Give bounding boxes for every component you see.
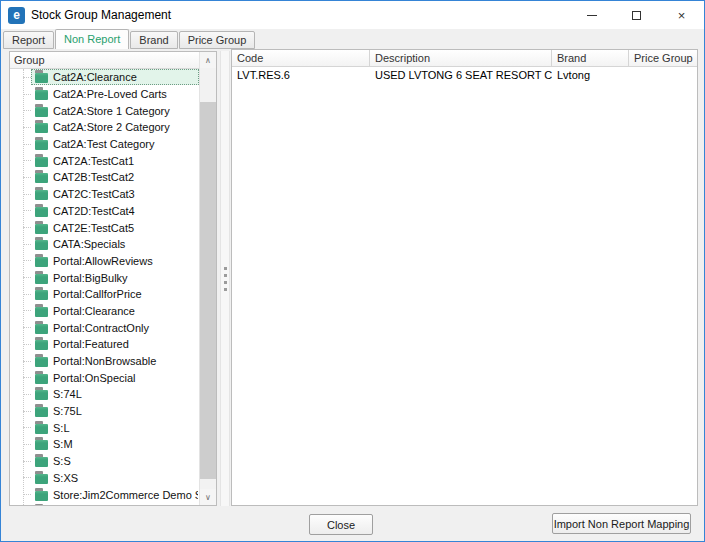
column-header-code[interactable]: Code [232, 50, 370, 66]
tree-item-label: Cat2A:Store 2 Category [53, 121, 170, 133]
tree-item[interactable]: Portal:ContractOnly [10, 319, 199, 336]
footer: Close Import Non Report Mapping [1, 506, 705, 542]
cell-brand: Lvtong [552, 67, 629, 84]
tree-item[interactable]: Portal:CallforPrice [10, 286, 199, 303]
tree-item[interactable]: CAT2A:TestCat1 [10, 152, 199, 169]
tree-item[interactable]: Cat2A:Clearance [10, 69, 199, 86]
group-column-header[interactable]: Group [10, 52, 199, 69]
tree-item-label: CAT2D:TestCat4 [53, 205, 135, 217]
tree-item[interactable]: Cat2A:Pre-Loved Carts [10, 86, 199, 103]
folder-icon [35, 73, 48, 83]
cell-price-group [629, 67, 697, 84]
tree-item-label: S:L [53, 422, 70, 434]
column-header-price-group[interactable]: Price Group [629, 50, 697, 66]
tree-connector [23, 444, 31, 445]
minimize-icon [587, 15, 597, 16]
maximize-button[interactable] [614, 1, 659, 29]
grid-header: Code Description Brand Price Group [232, 50, 697, 67]
tree-item[interactable]: Portal:Clearance [10, 303, 199, 320]
tree-connector [23, 177, 31, 178]
tree-item-label: Cat2A:Clearance [53, 71, 137, 83]
tree-item[interactable]: Portal:AllowReviews [10, 253, 199, 270]
titlebar: e Stock Group Management × [1, 1, 704, 29]
folder-icon [35, 357, 48, 367]
tree-item[interactable]: S:75L [10, 403, 199, 420]
tree-item-label: S:75L [53, 405, 82, 417]
app-logo-icon: e [8, 7, 25, 24]
tree-item-label: Cat2A:Test Category [53, 138, 155, 150]
tree-connector [23, 411, 31, 412]
cell-description: USED LVTONG 6 SEAT RESORT CART [370, 67, 552, 84]
tree-connector [23, 327, 31, 328]
tree-item-label: Portal:Featured [53, 338, 129, 350]
stock-grid-panel: Code Description Brand Price Group LVT.R… [231, 49, 698, 506]
tree-item[interactable]: Store:Jim2Commerce Demo Store [10, 486, 199, 503]
table-row[interactable]: LVT.RES.6 USED LVTONG 6 SEAT RESORT CART… [232, 67, 697, 84]
tree-item-label: S:S [53, 455, 71, 467]
folder-icon [35, 324, 48, 334]
tree-item[interactable]: S:XS [10, 470, 199, 487]
scroll-up-icon[interactable]: ∧ [200, 52, 216, 68]
tree-item[interactable]: Portal:Featured [10, 336, 199, 353]
scrollbar-track[interactable] [200, 68, 216, 489]
tree-item[interactable]: S:S [10, 453, 199, 470]
window-controls: × [569, 1, 704, 29]
tree-connector [23, 244, 31, 245]
column-header-brand[interactable]: Brand [552, 50, 629, 66]
tree-item[interactable]: Portal:NonBrowsable [10, 353, 199, 370]
import-non-report-mapping-button[interactable]: Import Non Report Mapping [552, 513, 691, 534]
tree-item[interactable]: S:M [10, 436, 199, 453]
tab-non-report[interactable]: Non Report [55, 29, 129, 49]
folder-icon [35, 440, 48, 450]
tree-item-label: CAT2B:TestCat2 [53, 171, 134, 183]
tree-item[interactable]: CAT2D:TestCat4 [10, 203, 199, 220]
scroll-down-icon[interactable]: ∨ [200, 489, 216, 505]
tree-connector [23, 394, 31, 395]
tree-connector [23, 110, 31, 111]
tree-item[interactable]: CAT2E:TestCat5 [10, 219, 199, 236]
tree-item[interactable]: Portal:OnSpecial [10, 369, 199, 386]
tree-item[interactable]: S:74L [10, 386, 199, 403]
folder-icon [35, 173, 48, 183]
tree-scrollbar[interactable]: ∧ ∨ [199, 52, 216, 505]
tree-item[interactable]: Cat2A:Store 1 Category [10, 102, 199, 119]
folder-icon [35, 224, 48, 234]
column-header-description[interactable]: Description [370, 50, 552, 66]
folder-icon [35, 90, 48, 100]
folder-icon [35, 390, 48, 400]
tree-item-label: S:XS [53, 472, 78, 484]
tree-item-label: Portal:Clearance [53, 305, 135, 317]
tree-connector [23, 377, 31, 378]
tree-connector [23, 294, 31, 295]
tree-connector [23, 310, 31, 311]
folder-icon [35, 240, 48, 250]
minimize-button[interactable] [569, 1, 614, 29]
close-button[interactable]: Close [309, 514, 373, 535]
tree-item[interactable]: CAT2B:TestCat2 [10, 169, 199, 186]
tab-price-group[interactable]: Price Group [179, 31, 256, 49]
tree-connector [23, 227, 31, 228]
folder-icon [35, 340, 48, 350]
tree-item[interactable]: Cat2A:Store 2 Category [10, 119, 199, 136]
close-window-button[interactable]: × [659, 1, 704, 29]
folder-icon [35, 407, 48, 417]
folder-icon [35, 107, 48, 117]
scrollbar-thumb[interactable] [200, 102, 216, 479]
tab-brand[interactable]: Brand [130, 31, 177, 49]
stock-group-management-window: e Stock Group Management × Report Non Re… [0, 0, 705, 542]
tree-item[interactable]: S:L [10, 419, 199, 436]
tab-report[interactable]: Report [3, 31, 54, 49]
tree-item[interactable]: CATA:Specials [10, 236, 199, 253]
tree-item-label: Portal:BigBulky [53, 272, 128, 284]
group-tree: Group Cat2A:ClearanceCat2A:Pre-Loved Car… [10, 52, 199, 505]
tree-item-partial[interactable] [10, 503, 199, 505]
tree-connector [23, 144, 31, 145]
folder-icon [35, 157, 48, 167]
tree-item[interactable]: Cat2A:Test Category [10, 136, 199, 153]
tree-item[interactable]: CAT2C:TestCat3 [10, 186, 199, 203]
tree-connector [23, 127, 31, 128]
folder-icon [35, 474, 48, 484]
panel-splitter[interactable] [220, 51, 230, 506]
folder-icon [35, 374, 48, 384]
tree-item[interactable]: Portal:BigBulky [10, 269, 199, 286]
